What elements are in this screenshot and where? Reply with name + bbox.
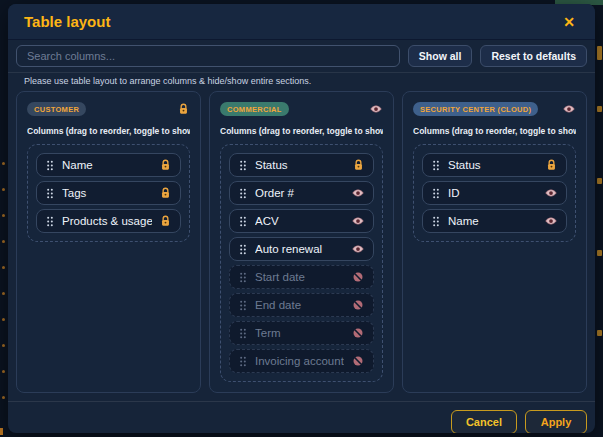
column-row[interactable]: Products & usage	[36, 209, 181, 233]
backdrop-artifact	[2, 162, 5, 165]
lock-icon	[160, 159, 171, 171]
drag-handle-icon[interactable]	[432, 188, 440, 199]
eye-off-icon[interactable]	[352, 355, 364, 367]
sections-container: CUSTOMER Columns (drag to reorder, toggl…	[8, 88, 595, 401]
backdrop-artifact	[2, 188, 5, 191]
backdrop-artifact	[2, 318, 5, 321]
backdrop-artifact	[2, 266, 5, 269]
column-row[interactable]: Name	[36, 153, 181, 177]
columns-hint: Columns (drag to reorder, toggle to show…	[413, 126, 576, 136]
show-all-button[interactable]: Show all	[408, 45, 473, 67]
search-input[interactable]	[16, 45, 400, 67]
modal-footer: Cancel Apply	[8, 401, 595, 433]
column-label: Tags	[62, 187, 152, 199]
eye-icon[interactable]	[352, 243, 364, 255]
drag-handle-icon[interactable]	[239, 356, 247, 367]
drag-handle-icon[interactable]	[239, 300, 247, 311]
drag-handle-icon[interactable]	[239, 216, 247, 227]
column-row[interactable]: Tags	[36, 181, 181, 205]
column-label: End date	[255, 299, 344, 311]
section-badge: COMMERCIAL	[220, 102, 289, 116]
column-label: Auto renewal	[255, 243, 344, 255]
eye-off-icon[interactable]	[352, 299, 364, 311]
section-badge: SECURITY CENTER (CLOUD)	[413, 102, 538, 116]
columns-hint: Columns (drag to reorder, toggle to show…	[220, 126, 383, 136]
info-text: Please use table layout to arrange colum…	[8, 72, 595, 88]
lock-icon	[353, 159, 364, 171]
backdrop-artifact	[2, 240, 5, 243]
section-header: CUSTOMER	[27, 102, 190, 116]
lock-icon	[160, 215, 171, 227]
eye-icon[interactable]	[352, 215, 364, 227]
drag-handle-icon[interactable]	[46, 188, 54, 199]
columns-list: Status ID Name	[413, 144, 576, 242]
columns-hint: Columns (drag to reorder, toggle to show…	[27, 126, 190, 136]
drag-handle-icon[interactable]	[46, 160, 54, 171]
eye-off-icon[interactable]	[352, 271, 364, 283]
drag-handle-icon[interactable]	[432, 160, 440, 171]
section-header: SECURITY CENTER (CLOUD)	[413, 102, 576, 116]
column-row[interactable]: Order #	[229, 181, 374, 205]
drag-handle-icon[interactable]	[239, 160, 247, 171]
backdrop-artifact	[597, 178, 602, 184]
section-badge: CUSTOMER	[27, 102, 86, 116]
eye-icon[interactable]	[545, 187, 557, 199]
lock-icon	[546, 159, 557, 171]
backdrop-artifact	[0, 428, 3, 435]
drag-handle-icon[interactable]	[239, 188, 247, 199]
modal-header: Table layout ✕	[8, 4, 595, 40]
section-security-center: SECURITY CENTER (CLOUD) Columns (drag to…	[402, 91, 587, 393]
section-header: COMMERCIAL	[220, 102, 383, 116]
drag-handle-icon[interactable]	[239, 272, 247, 283]
column-label: Start date	[255, 271, 344, 283]
column-row[interactable]: Term	[229, 321, 374, 345]
section-commercial: COMMERCIAL Columns (drag to reorder, tog…	[209, 91, 394, 393]
table-layout-modal: Table layout ✕ Show all Reset to default…	[8, 4, 595, 433]
cancel-button[interactable]: Cancel	[451, 410, 517, 434]
drag-handle-icon[interactable]	[432, 216, 440, 227]
modal-title: Table layout	[24, 13, 559, 30]
eye-icon[interactable]	[562, 102, 576, 116]
column-label: Status	[448, 159, 538, 171]
column-row[interactable]: Status	[229, 153, 374, 177]
eye-icon[interactable]	[369, 102, 383, 116]
column-label: Term	[255, 327, 344, 339]
column-label: Name	[62, 159, 152, 171]
column-label: Order #	[255, 187, 344, 199]
drag-handle-icon[interactable]	[46, 216, 54, 227]
backdrop-artifact	[2, 370, 5, 373]
backdrop-artifact	[2, 344, 5, 347]
column-row[interactable]: Start date	[229, 265, 374, 289]
close-icon[interactable]: ✕	[559, 13, 579, 31]
eye-icon[interactable]	[545, 215, 557, 227]
column-row[interactable]: ID	[422, 181, 567, 205]
backdrop-artifact	[2, 292, 5, 295]
backdrop-artifact	[2, 214, 5, 217]
column-row[interactable]: Name	[422, 209, 567, 233]
column-row[interactable]: Auto renewal	[229, 237, 374, 261]
backdrop-artifact	[597, 250, 602, 256]
column-row[interactable]: ACV	[229, 209, 374, 233]
section-customer: CUSTOMER Columns (drag to reorder, toggl…	[16, 91, 201, 393]
search-toolbar: Show all Reset to defaults	[8, 40, 595, 72]
reset-defaults-button[interactable]: Reset to defaults	[480, 45, 587, 67]
backdrop-artifact	[597, 106, 602, 112]
column-label: ID	[448, 187, 537, 199]
lock-icon[interactable]	[177, 102, 190, 116]
column-label: Invoicing account	[255, 355, 344, 367]
column-row[interactable]: End date	[229, 293, 374, 317]
column-row[interactable]: Status	[422, 153, 567, 177]
column-label: Products & usage	[62, 215, 152, 227]
backdrop-artifact	[597, 330, 602, 336]
column-row[interactable]: Invoicing account	[229, 349, 374, 373]
column-label: Name	[448, 215, 537, 227]
backdrop-artifact	[597, 46, 602, 60]
eye-icon[interactable]	[352, 187, 364, 199]
column-label: ACV	[255, 215, 344, 227]
column-label: Status	[255, 159, 345, 171]
drag-handle-icon[interactable]	[239, 244, 247, 255]
backdrop-artifact	[2, 396, 5, 399]
eye-off-icon[interactable]	[352, 327, 364, 339]
drag-handle-icon[interactable]	[239, 328, 247, 339]
apply-button[interactable]: Apply	[525, 410, 587, 434]
